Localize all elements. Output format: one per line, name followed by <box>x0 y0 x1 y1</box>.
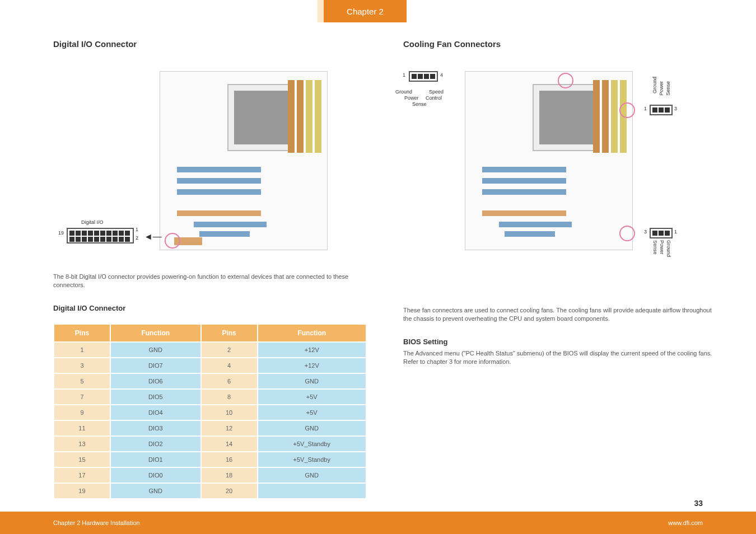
dimm-slot-icon <box>611 80 618 153</box>
pin-cell: 4 <box>202 358 257 373</box>
table-row: 3DIO74+12V <box>54 358 366 373</box>
pin-label: 3 <box>674 106 677 112</box>
highlight-circle-icon <box>165 233 180 249</box>
dimm-slot-icon <box>288 80 295 153</box>
pin-label: 1 <box>674 229 677 235</box>
dimm-slot-icon <box>315 80 321 153</box>
board-diagram-left: Digital I/O 19 1 2 ◄— <box>53 71 367 261</box>
chapter-tab: Chapter 2 <box>324 0 407 22</box>
pin-signal-label: Power <box>659 81 665 96</box>
motherboard-illustration <box>465 71 633 250</box>
table-row: 9DIO410+5V <box>54 405 366 420</box>
pci-slot-icon <box>505 231 555 237</box>
heading-digital-io: Digital I/O Connector <box>53 39 367 49</box>
page-content: Digital I/O Connector Digital I/O 19 1 2… <box>0 22 756 512</box>
pin-cell: 10 <box>202 405 257 420</box>
page-number: 33 <box>694 495 703 512</box>
function-cell: GND <box>111 484 200 498</box>
pin-cell: 13 <box>54 437 110 451</box>
pin-cell: 5 <box>54 374 110 388</box>
pin-cell: 9 <box>54 405 110 420</box>
function-cell: DIO0 <box>111 468 200 483</box>
arrow-icon: ◄— <box>144 231 162 242</box>
pin-signal-label: Ground <box>665 240 671 257</box>
table-row: 19GND20 <box>54 484 366 498</box>
th-pins: Pins <box>202 325 257 341</box>
pinout-table: Pins Function Pins Function 1GND2+12V3DI… <box>53 324 367 499</box>
pci-slot-icon <box>499 222 572 227</box>
pci-slot-icon <box>199 231 250 237</box>
heading-cooling-fan: Cooling Fan Connectors <box>403 39 717 49</box>
function-cell: GND <box>258 468 366 483</box>
table-row: 13DIO214+5V_Standby <box>54 437 366 451</box>
table-row: 1GND2+12V <box>54 343 366 357</box>
page-footer: Chapter 2 Hardware Installation www.dfi.… <box>0 512 756 534</box>
pci-slot-icon <box>177 178 261 184</box>
pin-cell: 15 <box>54 452 110 467</box>
left-column: Digital I/O Connector Digital I/O 19 1 2… <box>53 22 367 499</box>
table-row: 15DIO116+5V_Standby <box>54 452 366 467</box>
pci-slot-icon <box>482 167 566 172</box>
pin-label: 19 <box>58 230 64 236</box>
sys-fan-connector-icon <box>650 105 673 115</box>
pin-cell: 19 <box>54 484 110 498</box>
table-row: 5DIO66GND <box>54 374 366 388</box>
pin-label: 2 <box>136 235 138 241</box>
highlight-circle-icon <box>619 102 635 118</box>
top-bar: Chapter 2 <box>0 0 756 22</box>
motherboard-illustration <box>160 71 328 250</box>
function-cell: DIO2 <box>111 437 200 451</box>
pin-cell: 20 <box>202 484 257 498</box>
table-row: 11DIO312GND <box>54 421 366 435</box>
table-row: 7DIO58+5V <box>54 390 366 404</box>
pin-label: 1 <box>136 227 138 233</box>
footer-left: Chapter 2 Hardware Installation <box>53 519 140 526</box>
function-cell: +12V <box>258 358 366 373</box>
dimm-slot-icon <box>306 80 312 153</box>
connector-label: Digital I/O <box>81 219 104 226</box>
dimm-slot-icon <box>297 80 304 153</box>
function-cell: DIO5 <box>111 390 200 404</box>
pci-slot-icon <box>194 222 267 227</box>
function-cell: GND <box>111 343 200 357</box>
pin-label: 4 <box>440 72 443 78</box>
pin-cell: 3 <box>54 358 110 373</box>
pin-label: 1 <box>644 106 647 112</box>
dio-connector-icon <box>67 228 134 243</box>
cpu-socket-icon <box>533 84 600 151</box>
right-column: Cooling Fan Connectors 1 4 Ground Power … <box>403 22 717 367</box>
highlight-circle-icon <box>619 226 635 241</box>
description-text: The 8-bit Digital I/O connector provides… <box>53 273 367 290</box>
pci-slot-icon <box>482 178 566 184</box>
function-cell <box>258 484 366 498</box>
function-cell: +5V <box>258 405 366 420</box>
function-cell: +5V_Standby <box>258 437 366 451</box>
th-function: Function <box>258 325 366 341</box>
sys-fan-connector-icon <box>650 228 673 238</box>
pin-signal-label: Sense <box>665 81 671 96</box>
pin-cell: 11 <box>54 421 110 435</box>
pin-cell: 12 <box>202 421 257 435</box>
pci-slot-icon <box>177 210 261 216</box>
pin-cell: 1 <box>54 343 110 357</box>
pin-signal-label: Ground <box>652 77 658 93</box>
th-pins: Pins <box>54 325 110 341</box>
dimm-slot-icon <box>593 80 600 153</box>
function-cell: DIO7 <box>111 358 200 373</box>
function-cell: +12V <box>258 343 366 357</box>
function-cell: +5V_Standby <box>258 452 366 467</box>
pin-cell: 18 <box>202 468 257 483</box>
pin-cell: 6 <box>202 374 257 388</box>
pin-label: 3 <box>644 229 647 235</box>
function-cell: DIO4 <box>111 405 200 420</box>
bios-heading: BIOS Setting <box>403 338 717 346</box>
bios-description: The Advanced menu ("PC Health Status" su… <box>403 349 717 367</box>
th-function: Function <box>111 325 200 341</box>
function-cell: GND <box>258 421 366 435</box>
pin-signal-label: Power <box>404 95 419 101</box>
pin-cell: 16 <box>202 452 257 467</box>
pin-cell: 7 <box>54 390 110 404</box>
pin-signal-label: Control <box>426 95 442 101</box>
pin-cell: 8 <box>202 390 257 404</box>
function-cell: DIO1 <box>111 452 200 467</box>
